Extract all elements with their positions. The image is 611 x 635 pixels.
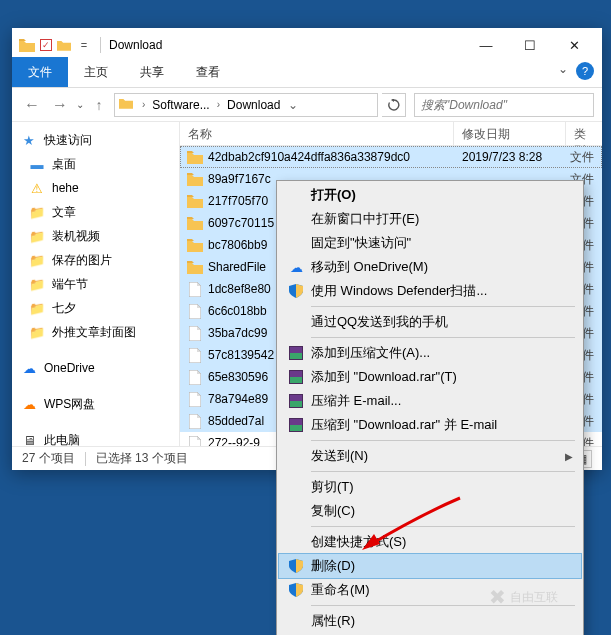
shield-icon <box>285 583 307 597</box>
file-icon <box>186 392 204 407</box>
sidebar-item-docs[interactable]: 📁 文章 <box>12 200 179 224</box>
rar-icon <box>285 394 307 408</box>
menu-item[interactable]: 重命名(M) <box>279 578 581 602</box>
menu-item-label: 使用 Windows Defender扫描... <box>307 282 573 300</box>
breadcrumb-part[interactable]: Software... <box>150 98 211 112</box>
share-tab[interactable]: 共享 <box>124 57 180 87</box>
menu-item[interactable]: 压缩并 E-mail... <box>279 389 581 413</box>
up-button[interactable]: ↑ <box>88 94 110 116</box>
ribbon-collapse-icon[interactable]: ⌄ <box>558 62 568 80</box>
sidebar-item-label: 此电脑 <box>44 432 80 447</box>
window-controls: — ☐ ✕ <box>464 31 596 59</box>
context-menu: 打开(O)在新窗口中打开(E)固定到"快速访问"☁移动到 OneDrive(M)… <box>276 180 584 635</box>
menu-separator <box>311 440 575 441</box>
menu-item[interactable]: ☁移动到 OneDrive(M) <box>279 255 581 279</box>
recent-locations-button[interactable]: ⌄ <box>76 99 84 110</box>
folder-icon <box>186 151 204 164</box>
breadcrumb-dropdown[interactable]: ⌄ <box>282 98 304 112</box>
home-tab[interactable]: 主页 <box>68 57 124 87</box>
status-item-count: 27 个项目 <box>22 450 75 467</box>
file-icon <box>186 436 204 447</box>
folder-icon <box>18 36 36 54</box>
search-input[interactable] <box>421 98 587 112</box>
breadcrumb-part[interactable]: Download <box>225 98 282 112</box>
sidebar-quick-access[interactable]: ★ 快速访问 <box>12 128 179 152</box>
menu-item[interactable]: 通过QQ发送到我的手机 <box>279 310 581 334</box>
menu-item[interactable]: 在新窗口中打开(E) <box>279 207 581 231</box>
minimize-button[interactable]: — <box>464 31 508 59</box>
sidebar-item-videos[interactable]: 📁 装机视频 <box>12 224 179 248</box>
col-name[interactable]: 名称 <box>180 122 454 145</box>
folder-icon <box>186 195 204 208</box>
status-selection-count: 已选择 13 个项目 <box>96 450 188 467</box>
menu-item[interactable]: 创建快捷方式(S) <box>279 530 581 554</box>
menu-item[interactable]: 添加到 "Download.rar"(T) <box>279 365 581 389</box>
sidebar-item-hehe[interactable]: ⚠ hehe <box>12 176 179 200</box>
folder-icon <box>186 261 204 274</box>
menu-separator <box>311 526 575 527</box>
back-button[interactable]: ← <box>20 93 44 117</box>
col-date[interactable]: 修改日期 <box>454 122 566 145</box>
file-icon <box>186 370 204 385</box>
sidebar-item-label: 桌面 <box>52 156 76 173</box>
folder-icon: 📁 <box>28 299 46 317</box>
breadcrumb[interactable]: › Software... › Download ⌄ <box>114 93 378 117</box>
menu-item[interactable]: 属性(R) <box>279 609 581 633</box>
refresh-button[interactable] <box>382 93 406 117</box>
qat-overflow-icon[interactable]: = <box>76 37 92 53</box>
sidebar-item-desktop[interactable]: ▬ 桌面 <box>12 152 179 176</box>
menu-item[interactable]: 删除(D) <box>279 554 581 578</box>
file-tab[interactable]: 文件 <box>12 57 68 87</box>
menu-item-label: 移动到 OneDrive(M) <box>307 258 573 276</box>
sidebar-onedrive[interactable]: ☁ OneDrive <box>12 356 179 380</box>
maximize-button[interactable]: ☐ <box>508 31 552 59</box>
menu-item[interactable]: 复制(C) <box>279 499 581 523</box>
menu-item[interactable]: 压缩到 "Download.rar" 并 E-mail <box>279 413 581 437</box>
address-bar-row: ← → ⌄ ↑ › Software... › Download ⌄ <box>12 88 602 122</box>
menu-item[interactable]: 打开(O) <box>279 183 581 207</box>
navigation-pane: ★ 快速访问 ▬ 桌面 ⚠ hehe 📁 文章 📁 装机视频 📁 保存的图片 <box>12 122 180 446</box>
menu-item-label: 添加到 "Download.rar"(T) <box>307 368 573 386</box>
window-title: Download <box>105 38 464 52</box>
chevron-right-icon[interactable]: › <box>137 99 150 110</box>
menu-item-label: 压缩到 "Download.rar" 并 E-mail <box>307 416 573 434</box>
close-button[interactable]: ✕ <box>552 31 596 59</box>
sidebar-item-savedpics[interactable]: 📁 保存的图片 <box>12 248 179 272</box>
sidebar-item-qixi[interactable]: 📁 七夕 <box>12 296 179 320</box>
folder-icon: 📁 <box>28 323 46 341</box>
menu-item-label: 复制(C) <box>307 502 573 520</box>
menu-item[interactable]: 固定到"快速访问" <box>279 231 581 255</box>
view-tab[interactable]: 查看 <box>180 57 236 87</box>
menu-item[interactable]: 发送到(N)▶ <box>279 444 581 468</box>
folder-icon <box>119 97 135 112</box>
menu-item-label: 删除(D) <box>307 557 573 575</box>
ribbon-tabs: 文件 主页 共享 查看 ⌄ ? <box>12 58 602 88</box>
menu-item-label: 通过QQ发送到我的手机 <box>307 313 573 331</box>
menu-item[interactable]: 使用 Windows Defender扫描... <box>279 279 581 303</box>
folder-icon <box>186 239 204 252</box>
cloud-icon: ☁ <box>20 359 38 377</box>
file-icon <box>186 414 204 429</box>
sidebar-item-dwj[interactable]: 📁 端午节 <box>12 272 179 296</box>
chevron-right-icon[interactable]: › <box>212 99 225 110</box>
menu-item-label: 在新窗口中打开(E) <box>307 210 573 228</box>
qat-checkbox-icon[interactable]: ✓ <box>40 39 52 51</box>
menu-item[interactable]: 剪切(T) <box>279 475 581 499</box>
folder-icon <box>186 173 204 186</box>
search-box[interactable] <box>414 93 594 117</box>
folder-icon: 📁 <box>28 203 46 221</box>
file-type: 文件 <box>566 149 602 166</box>
sidebar-wps[interactable]: ☁ WPS网盘 <box>12 392 179 416</box>
col-type[interactable]: 类型 <box>566 122 602 145</box>
menu-item[interactable]: 添加到压缩文件(A)... <box>279 341 581 365</box>
column-headers: 名称 修改日期 类型 <box>180 122 602 146</box>
sidebar-item-label: OneDrive <box>44 361 95 375</box>
sidebar-item-covers[interactable]: 📁 外推文章封面图 <box>12 320 179 344</box>
help-button[interactable]: ? <box>576 62 594 80</box>
forward-button[interactable]: → <box>48 93 72 117</box>
file-row[interactable]: 42dbab2cf910a424dffa836a33879dc02019/7/2… <box>180 146 602 168</box>
sidebar-thispc[interactable]: 🖥 此电脑 <box>12 428 179 446</box>
qat-folder-icon[interactable] <box>56 37 72 53</box>
rar-icon <box>285 370 307 384</box>
file-name: 42dbab2cf910a424dffa836a33879dc0 <box>208 150 454 164</box>
